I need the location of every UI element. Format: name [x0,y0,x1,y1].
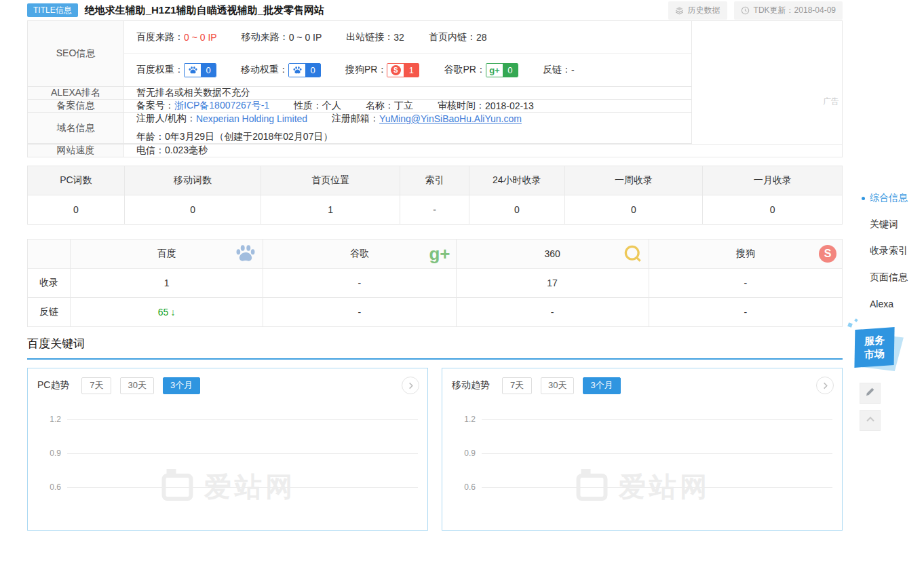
mobile-ytick-3: 0.6 [442,482,482,492]
baidu-traffic: 百度来路： 0 ~ 0 IP [136,31,217,43]
gridline [482,419,832,420]
sidebar-item-label: 关键词 [870,218,898,231]
sidebar-item-index[interactable]: 收录索引 [862,243,908,259]
icp-info-label: 备案信息 [28,100,124,112]
icp-nature-key: 性质： [294,100,322,112]
pencil-icon [865,387,875,400]
mobile-ytick-1: 1.2 [442,415,482,424]
outbound-links-value: 32 [393,32,404,43]
dot-icon [862,303,865,306]
sidebar-item-label: 综合信息 [870,192,908,204]
pc-tab-3m[interactable]: 3个月 [163,377,200,394]
market-line1: 服务 [864,333,885,348]
history-layers-icon [675,6,684,15]
pc-tab-30d[interactable]: 30天 [120,377,153,394]
sidebar-item-keywords[interactable]: 关键词 [862,216,908,233]
alexa-rank-label: ALEXA排名 [28,87,124,99]
service-market-badge[interactable]: 服务 市场 [853,328,905,372]
seo-traffic-line: 百度来路： 0 ~ 0 IP 移动来路： 0 ~ 0 IP 出站链接： 32 [124,21,691,54]
icp-audit-time: 审核时间： 2018-02-13 [438,100,534,112]
baidu-traffic-value: 0 ~ 0 IP [184,32,217,43]
site-info-table: SEO信息 百度来路： 0 ~ 0 IP 移动来路： 0 ~ 0 IP [27,20,843,157]
back-to-top-button[interactable] [860,410,881,431]
domain-age: 年龄： 0年3月29日（创建于2018年02月07日） [136,131,332,143]
registrant-link[interactable]: Nexperian Holding Limited [196,113,307,124]
sogou-pr-badge[interactable]: S 1 [387,63,419,77]
tdk-update-button[interactable]: TDK更新：2018-04-09 [734,1,843,20]
domain-info-row: 域名信息 注册人/机构： Nexperian Holding Limited 注… [28,113,691,144]
engine-sogou-header: 搜狗 S [649,240,842,268]
mobile-trend-chart: 1.2 0.9 0.6 爱站网 [442,402,842,504]
trend-charts: PC趋势 7天 30天 3个月 1.2 0.9 0.6 爱站网 [27,368,843,531]
mobile-traffic: 移动来路： 0 ~ 0 IP [242,31,322,43]
fanlian-google: - [263,298,456,326]
sidebar-item-pageinfo[interactable]: 页面信息 [862,269,908,286]
fanlian-row-label: 反链 [28,298,71,326]
sidebar-item-label: Alexa [870,299,893,309]
outbound-links-key: 出站链接： [346,31,393,43]
pc-trend-next-arrow[interactable] [402,377,419,394]
site-speed-label: 网站速度 [28,145,124,157]
sparkle-icon [854,318,858,322]
alexa-rank-text: 暂无排名或相关数据不充分 [124,87,691,99]
sidebar-item-alexa[interactable]: Alexa [862,296,908,312]
sidebar-item-overview[interactable]: 综合信息 [862,190,908,206]
mobile-traffic-key: 移动来路： [242,31,289,43]
mobile-weight-badge[interactable]: 0 [288,63,321,77]
sogou-pr-key: 搜狗PR： [345,64,387,76]
baidu-paw-icon [234,242,257,265]
gridline [482,453,832,454]
mobile-tab-7d[interactable]: 7天 [502,377,532,394]
360-magnifier-icon [623,244,643,264]
engine-google-name: 谷歌 [350,248,369,260]
sogou-pr-value: 1 [404,64,419,77]
shoulu-google: - [263,269,456,297]
title-bar-actions: 历史数据 TDK更新：2018-04-09 [668,1,843,20]
feedback-pencil-button[interactable] [860,383,881,404]
site-speed-text: 电信：0.023毫秒 [124,145,842,157]
history-data-button[interactable]: 历史数据 [668,1,727,20]
mobile-tab-3m[interactable]: 3个月 [583,377,620,394]
seo-weight-line: 百度权重： 0 移动权重： [124,54,691,86]
pc-trend-panel: PC趋势 7天 30天 3个月 1.2 0.9 0.6 爱站网 [27,368,428,531]
icp-number-link[interactable]: 浙ICP备18007267号-1 [174,100,269,112]
age-value: 0年3月29日（创建于2018年02月07日） [165,131,332,143]
stats-header-month: 一月收录 [703,166,842,195]
mobile-trend-panel: 移动趋势 7天 30天 3个月 1.2 0.9 0.6 爱站网 [442,368,843,531]
engines-shoulu-row: 收录 1 - 17 - [28,269,842,298]
backlink-key: 反链： [543,64,571,76]
market-line2: 市场 [864,347,885,362]
mobile-weight-value: 0 [305,64,320,77]
baidu-paw-icon [185,64,201,77]
domain-email: 注册邮箱： YuMing@YinSiBaoHu.AliYun.com [332,113,522,125]
pc-ytick-3: 0.6 [28,482,67,492]
pc-ytick-1: 1.2 [28,415,67,424]
sidebar-item-label: 页面信息 [870,271,908,284]
mobile-tab-30d[interactable]: 30天 [541,377,574,394]
mobile-trend-title: 移动趋势 [452,379,490,392]
baidu-weight: 百度权重： 0 [136,63,216,77]
stats-header-week: 一周收录 [565,166,704,195]
gridline [67,419,418,420]
mobile-trend-next-arrow[interactable] [816,377,834,394]
stats-header-row: PC词数 移动词数 首页位置 索引 24小时收录 一周收录 一月收录 [28,166,842,195]
age-key: 年龄： [136,131,165,143]
engine-360-name: 360 [544,248,560,259]
alexa-rank-row: ALEXA排名 暂无排名或相关数据不充分 [28,87,691,100]
baidu-weight-badge[interactable]: 0 [184,63,216,77]
shoulu-baidu: 1 [71,269,263,297]
google-plus-icon: g+ [429,245,450,263]
icp-info-row: 备案信息 备案号： 浙ICP备18007267号-1 性质： 个人 名称： 丁立 [28,100,691,113]
active-dot-icon [862,197,865,200]
shoulu-360: 17 [457,269,649,297]
stats-header-home-position: 首页位置 [261,166,400,195]
pc-ytick-2: 0.9 [28,449,67,458]
engine-baidu-header: 百度 [71,240,263,268]
main-content: TITLE信息 绝地求生辅助_H1Z1辅助自瞄透视辅助_批发零售网站 历史数据 … [27,0,843,531]
google-pr-badge[interactable]: g+ 0 [486,63,518,77]
pc-trend-title: PC趋势 [37,379,69,392]
email-link[interactable]: YuMing@YinSiBaoHu.AliYun.com [379,113,522,124]
pc-tab-7d[interactable]: 7天 [81,377,111,394]
sogou-pr: 搜狗PR： S 1 [345,63,419,77]
baidu-paw-icon [289,64,305,77]
